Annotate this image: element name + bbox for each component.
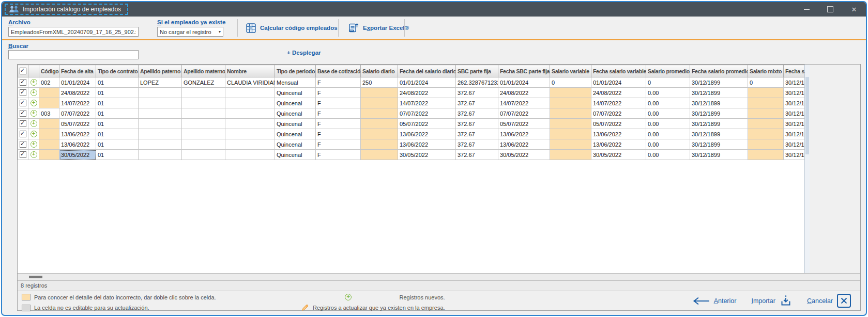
grid-cell[interactable]: F: [316, 88, 361, 98]
grid-cell[interactable]: 0: [748, 77, 784, 88]
grid-cell[interactable]: [182, 129, 225, 139]
minimize-button[interactable]: [795, 2, 818, 17]
grid-cell[interactable]: 14/07/2022: [498, 98, 550, 108]
grid-cell[interactable]: 30/05/2022: [498, 150, 550, 160]
grid-cell[interactable]: 13/06/2022: [591, 129, 646, 139]
row-select-cell[interactable]: [18, 108, 28, 119]
grid-cell[interactable]: 372.67: [456, 88, 498, 98]
column-header[interactable]: Salario mixto: [748, 65, 784, 77]
grid-cell[interactable]: 14/07/2022: [591, 98, 646, 108]
grid-cell[interactable]: [361, 150, 398, 160]
search-input[interactable]: [8, 50, 139, 59]
grid-cell[interactable]: [225, 139, 275, 150]
grid-cell[interactable]: 30/12/1899: [690, 108, 748, 119]
grid-cell[interactable]: [361, 119, 398, 129]
grid-cell[interactable]: [139, 139, 182, 150]
grid-cell[interactable]: [39, 139, 59, 150]
grid-cell[interactable]: 07/07/2022: [59, 108, 96, 119]
grid-cell[interactable]: CLAUDIA VIRIDIANA: [225, 77, 275, 88]
grid-cell[interactable]: 0: [646, 77, 690, 88]
duplicate-employee-select[interactable]: No cargar el registro ▾: [157, 27, 223, 37]
row-checkbox[interactable]: [20, 120, 26, 127]
grid-cell[interactable]: [182, 119, 225, 129]
grid-cell[interactable]: [361, 129, 398, 139]
grid-cell[interactable]: [361, 98, 398, 108]
grid-cell[interactable]: [39, 150, 59, 160]
grid-cell[interactable]: 05/07/2022: [398, 119, 456, 129]
grid-cell[interactable]: [39, 119, 59, 129]
row-select-cell[interactable]: [18, 129, 28, 139]
grid-cell[interactable]: [225, 108, 275, 119]
calcular-codigo-button[interactable]: Calcular código empleados: [243, 17, 341, 39]
grid-cell[interactable]: 30/12/1899: [784, 129, 805, 139]
grid-cell[interactable]: [225, 150, 275, 160]
grid-cell[interactable]: 372.67: [456, 150, 498, 160]
maximize-button[interactable]: [818, 2, 842, 17]
column-header[interactable]: Fecha salario mixto: [784, 65, 805, 77]
grid-cell[interactable]: Quincenal: [275, 88, 316, 98]
column-header[interactable]: Fecha del salario diario: [398, 65, 456, 77]
grid-cell[interactable]: 0.00: [646, 119, 690, 129]
grid-cell[interactable]: 0.00: [646, 129, 690, 139]
grid-cell[interactable]: 372.67: [456, 108, 498, 119]
horizontal-scrollbar-thumb[interactable]: [29, 276, 42, 278]
grid-cell[interactable]: 07/07/2022: [591, 108, 646, 119]
grid-cell[interactable]: LOPEZ: [139, 77, 182, 88]
grid-cell[interactable]: [182, 98, 225, 108]
grid-cell[interactable]: 05/07/2022: [591, 119, 646, 129]
column-header[interactable]: Tipo de periodo: [275, 65, 316, 77]
grid-cell[interactable]: 250: [361, 77, 398, 88]
grid-cell[interactable]: 01/01/2024: [591, 77, 646, 88]
grid-cell[interactable]: [361, 88, 398, 98]
grid-cell[interactable]: F: [316, 98, 361, 108]
grid-cell[interactable]: 30/05/2022: [59, 150, 96, 160]
row-checkbox[interactable]: [20, 79, 26, 86]
grid-cell[interactable]: 002: [39, 77, 59, 88]
grid-cell[interactable]: [139, 88, 182, 98]
grid-cell[interactable]: Quincenal: [275, 108, 316, 119]
grid-cell[interactable]: F: [316, 119, 361, 129]
grid-cell[interactable]: [748, 129, 784, 139]
grid-cell[interactable]: [182, 108, 225, 119]
grid-cell[interactable]: [182, 150, 225, 160]
grid-cell[interactable]: [182, 139, 225, 150]
column-header[interactable]: Fecha salario variable: [591, 65, 646, 77]
grid-cell[interactable]: 01: [96, 98, 139, 108]
grid-cell[interactable]: [361, 108, 398, 119]
grid-cell[interactable]: 24/08/2022: [398, 88, 456, 98]
column-header[interactable]: SBC parte fija: [456, 65, 498, 77]
row-select-cell[interactable]: [18, 139, 28, 150]
grid-cell[interactable]: 003: [39, 108, 59, 119]
grid-cell[interactable]: [550, 108, 591, 119]
grid-cell[interactable]: 372.67: [456, 139, 498, 150]
row-select-cell[interactable]: [18, 88, 28, 98]
row-checkbox[interactable]: [20, 141, 26, 148]
grid-cell[interactable]: [139, 150, 182, 160]
grid-cell[interactable]: Mensual: [275, 77, 316, 88]
row-select-cell[interactable]: [18, 98, 28, 108]
horizontal-scrollbar[interactable]: [18, 273, 860, 280]
grid-cell[interactable]: 14/07/2022: [398, 98, 456, 108]
grid-cell[interactable]: [139, 129, 182, 139]
grid-cell[interactable]: 30/05/2022: [398, 150, 456, 160]
grid-cell[interactable]: Quincenal: [275, 119, 316, 129]
grid-cell[interactable]: [225, 119, 275, 129]
grid-cell[interactable]: F: [316, 139, 361, 150]
grid-cell[interactable]: 01/01/2024: [398, 77, 456, 88]
column-header[interactable]: Fecha salario promedio: [690, 65, 748, 77]
grid-cell[interactable]: F: [316, 108, 361, 119]
grid-cell[interactable]: 30/12/1899: [690, 129, 748, 139]
grid-cell[interactable]: 30/12/1899: [784, 150, 805, 160]
grid-cell[interactable]: GONZALEZ: [182, 77, 225, 88]
row-checkbox[interactable]: [20, 100, 26, 106]
grid-cell[interactable]: 372.67: [456, 98, 498, 108]
grid-cell[interactable]: 14/07/2022: [59, 98, 96, 108]
grid-cell[interactable]: 0.00: [646, 139, 690, 150]
grid-cell[interactable]: 30/12/1899: [690, 150, 748, 160]
row-select-cell[interactable]: [18, 119, 28, 129]
grid-cell[interactable]: 0.00: [646, 150, 690, 160]
row-checkbox[interactable]: [20, 110, 26, 117]
column-header[interactable]: Nombre: [225, 65, 275, 77]
grid-cell[interactable]: Quincenal: [275, 98, 316, 108]
row-checkbox[interactable]: [20, 131, 26, 137]
